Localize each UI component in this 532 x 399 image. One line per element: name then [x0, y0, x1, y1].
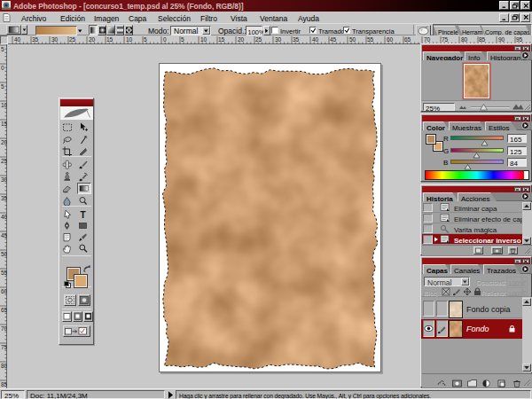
- svg-text:25: 25: [69, 36, 76, 43]
- svg-text:65: 65: [404, 36, 411, 43]
- svg-text:40: 40: [312, 36, 319, 43]
- svg-text:65: 65: [1, 307, 7, 313]
- svg-text:35: 35: [1, 195, 7, 201]
- svg-text:55: 55: [367, 36, 374, 43]
- svg-text:30: 30: [51, 36, 59, 43]
- svg-text:10: 10: [1, 102, 7, 108]
- svg-text:15: 15: [106, 36, 113, 43]
- svg-text:85: 85: [1, 381, 7, 387]
- svg-text:85: 85: [479, 36, 486, 43]
- svg-text:60: 60: [387, 36, 394, 43]
- svg-text:80: 80: [461, 36, 468, 43]
- svg-text:15: 15: [1, 121, 7, 127]
- svg-text:60: 60: [1, 288, 7, 294]
- svg-text:T: T: [81, 210, 86, 220]
- svg-text:25: 25: [255, 36, 262, 43]
- svg-text:90: 90: [498, 36, 505, 43]
- svg-text:10: 10: [200, 36, 207, 43]
- svg-text:20: 20: [89, 36, 96, 43]
- svg-text:50: 50: [349, 36, 356, 43]
- svg-text:70: 70: [1, 325, 7, 332]
- svg-text:55: 55: [1, 270, 7, 276]
- svg-text:50: 50: [1, 251, 7, 257]
- svg-text:35: 35: [32, 36, 39, 43]
- svg-text:0: 0: [163, 36, 167, 43]
- svg-text:75: 75: [442, 36, 449, 43]
- svg-text:40: 40: [1, 214, 7, 220]
- svg-text:25: 25: [1, 158, 7, 164]
- svg-text:45: 45: [330, 36, 337, 43]
- svg-text:5: 5: [181, 36, 184, 43]
- svg-text:45: 45: [1, 232, 7, 239]
- svg-text:35: 35: [293, 36, 300, 43]
- svg-text:95: 95: [516, 36, 523, 43]
- svg-text:5: 5: [1, 46, 4, 52]
- svg-text:15: 15: [218, 36, 225, 43]
- svg-text:5: 5: [1, 83, 4, 90]
- svg-text:20: 20: [1, 139, 7, 145]
- svg-text:5: 5: [144, 36, 147, 43]
- svg-text:70: 70: [424, 36, 431, 43]
- svg-text:30: 30: [275, 36, 282, 43]
- svg-text:0: 0: [1, 65, 4, 71]
- svg-text:80: 80: [1, 363, 7, 369]
- svg-text:75: 75: [1, 344, 7, 350]
- svg-text:30: 30: [1, 176, 7, 183]
- svg-text:20: 20: [238, 36, 245, 43]
- svg-text:40: 40: [14, 36, 21, 43]
- svg-text:10: 10: [126, 36, 133, 43]
